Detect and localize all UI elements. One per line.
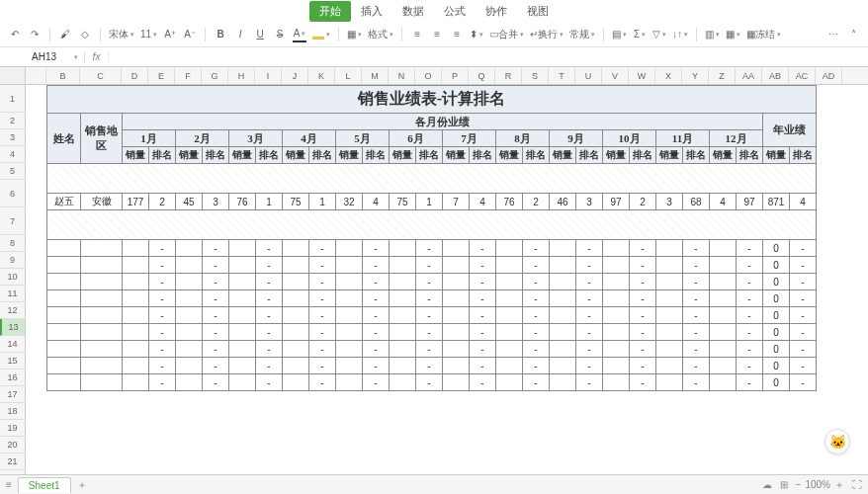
col-header-B[interactable]: B bbox=[46, 67, 80, 84]
col-header-L[interactable]: L bbox=[335, 67, 362, 84]
add-sheet-icon[interactable]: ＋ bbox=[77, 478, 87, 492]
merge-select[interactable]: ▭ 合并 bbox=[489, 27, 524, 42]
menu-tab-4[interactable]: 协作 bbox=[476, 1, 517, 22]
more-icon[interactable]: ⋯ bbox=[803, 3, 821, 19]
menu-tab-0[interactable]: 开始 bbox=[309, 1, 351, 22]
share-button[interactable]: 分享 bbox=[826, 2, 862, 20]
cells-viewport[interactable]: 销售业绩表-计算排名姓名销售地区各月份业绩年业绩1月2月3月4月5月6月7月8月… bbox=[26, 85, 868, 474]
col-header-E[interactable]: E bbox=[148, 67, 175, 84]
doc-title[interactable]: 销售业绩表 bbox=[63, 3, 118, 18]
col-header-N[interactable]: N bbox=[389, 67, 415, 84]
sum-icon[interactable]: Σ bbox=[633, 27, 647, 42]
row-header-14[interactable]: 14 bbox=[0, 336, 25, 353]
align-left-icon[interactable]: ≡ bbox=[410, 27, 424, 42]
sort-icon[interactable]: ↓↑ bbox=[672, 27, 688, 42]
row-header-15[interactable]: 15 bbox=[0, 353, 25, 370]
row-header-16[interactable]: 16 bbox=[0, 370, 25, 386]
chart-icon[interactable]: ▥ bbox=[705, 27, 720, 42]
present-icon[interactable]: ▷ bbox=[755, 3, 773, 19]
bold-icon[interactable]: B bbox=[214, 27, 227, 42]
spreadsheet-table[interactable]: 销售业绩表-计算排名姓名销售地区各月份业绩年业绩1月2月3月4月5月6月7月8月… bbox=[46, 85, 817, 391]
insert-row-icon[interactable]: ▤ bbox=[612, 27, 627, 42]
name-box[interactable]: AH13 bbox=[26, 51, 85, 62]
wrap-select[interactable]: ↵ 换行 bbox=[530, 27, 564, 42]
font-increase-icon[interactable]: A⁺ bbox=[163, 27, 177, 42]
col-header-J[interactable]: J bbox=[282, 67, 308, 84]
col-header-R[interactable]: R bbox=[495, 67, 522, 84]
col-header-AA[interactable]: AA bbox=[736, 67, 762, 84]
star-icon[interactable]: ☆ bbox=[124, 4, 133, 17]
row-header-1[interactable]: 1 bbox=[0, 85, 25, 113]
row-header-19[interactable]: 19 bbox=[0, 420, 25, 437]
undo-icon[interactable]: ↶ bbox=[8, 27, 22, 42]
row-header-17[interactable]: 17 bbox=[0, 386, 25, 403]
row-header-2[interactable]: 2 bbox=[0, 113, 25, 129]
fx-icon[interactable]: fx bbox=[85, 51, 109, 62]
col-header-Z[interactable]: Z bbox=[709, 67, 736, 84]
overflow-icon[interactable]: ⋯ bbox=[826, 27, 840, 42]
col-header-V[interactable]: V bbox=[602, 67, 629, 84]
col-header-AC[interactable]: AC bbox=[789, 67, 816, 84]
row-header-3[interactable]: 3 bbox=[0, 129, 25, 146]
history-icon[interactable]: ⟲ bbox=[779, 3, 797, 19]
zoom-in-icon[interactable]: ＋ bbox=[834, 478, 844, 492]
col-header-I[interactable]: I bbox=[255, 67, 282, 84]
zoom-out-icon[interactable]: − bbox=[796, 479, 802, 490]
sheet-list-icon[interactable]: ≡ bbox=[6, 479, 12, 490]
row-header-8[interactable]: 8 bbox=[0, 235, 25, 252]
valign-icon[interactable]: ⬍ bbox=[470, 27, 483, 42]
avatar-2[interactable] bbox=[734, 3, 749, 19]
col-header-X[interactable]: X bbox=[655, 67, 682, 84]
menu-tab-5[interactable]: 视图 bbox=[517, 1, 559, 22]
col-header-D[interactable]: D bbox=[122, 67, 148, 84]
align-center-icon[interactable]: ≡ bbox=[430, 27, 444, 42]
font-color-icon[interactable]: A bbox=[293, 27, 306, 42]
col-header-Q[interactable]: Q bbox=[469, 67, 495, 84]
col-header-C[interactable]: C bbox=[80, 67, 122, 84]
row-header-18[interactable]: 18 bbox=[0, 403, 25, 420]
row-header-20[interactable]: 20 bbox=[0, 437, 25, 453]
row-header-5[interactable]: 5 bbox=[0, 163, 25, 180]
row-header-7[interactable]: 7 bbox=[0, 207, 25, 235]
col-header-O[interactable]: O bbox=[415, 67, 442, 84]
font-size-select[interactable]: 11 bbox=[140, 27, 157, 42]
row-header-11[interactable]: 11 bbox=[0, 286, 25, 302]
row-header-10[interactable]: 10 bbox=[0, 269, 25, 286]
col-header-F[interactable]: F bbox=[175, 67, 202, 84]
row-header-12[interactable]: 12 bbox=[0, 302, 25, 319]
menu-tab-1[interactable]: 插入 bbox=[351, 1, 392, 22]
sheet-tab-1[interactable]: Sheet1 bbox=[18, 477, 71, 493]
col-header-T[interactable]: T bbox=[549, 67, 575, 84]
col-header-S[interactable]: S bbox=[522, 67, 549, 84]
col-header-U[interactable]: U bbox=[575, 67, 602, 84]
menu-icon[interactable]: ≡ bbox=[24, 4, 38, 18]
filter-icon[interactable]: ▽ bbox=[652, 27, 666, 42]
status-icon[interactable]: ⊞ bbox=[780, 479, 788, 490]
fullscreen-icon[interactable]: ⛶ bbox=[852, 479, 862, 490]
collapse-icon[interactable]: ˄ bbox=[846, 27, 860, 42]
cell-format-select[interactable]: 格式 bbox=[368, 27, 393, 42]
menu-tab-2[interactable]: 数据 bbox=[392, 1, 434, 22]
col-header-P[interactable]: P bbox=[442, 67, 469, 84]
col-header-G[interactable]: G bbox=[202, 67, 228, 84]
border-icon[interactable]: ▦ bbox=[347, 27, 362, 42]
col-header-H[interactable]: H bbox=[228, 67, 255, 84]
freeze-select[interactable]: ▦ 冻结 bbox=[746, 27, 781, 42]
redo-icon[interactable]: ↷ bbox=[28, 27, 42, 42]
select-all-corner[interactable] bbox=[0, 67, 26, 84]
align-right-icon[interactable]: ≡ bbox=[450, 27, 464, 42]
col-header-AD[interactable]: AD bbox=[816, 67, 842, 84]
assistant-icon[interactable]: 🐱 bbox=[825, 429, 850, 454]
menu-tab-3[interactable]: 公式 bbox=[434, 1, 476, 22]
back-icon[interactable]: ‹ bbox=[6, 4, 20, 18]
col-header-K[interactable]: K bbox=[308, 67, 335, 84]
font-decrease-icon[interactable]: A⁻ bbox=[183, 27, 197, 42]
row-header-13[interactable]: 13 bbox=[0, 319, 25, 336]
col-header-M[interactable]: M bbox=[362, 67, 389, 84]
underline-icon[interactable]: U bbox=[253, 27, 267, 42]
font-family-select[interactable]: 宋体 bbox=[109, 27, 134, 42]
col-header-W[interactable]: W bbox=[629, 67, 655, 84]
insert-icon[interactable]: ▦ bbox=[726, 27, 740, 42]
row-header-4[interactable]: 4 bbox=[0, 146, 25, 163]
col-header-Y[interactable]: Y bbox=[682, 67, 709, 84]
